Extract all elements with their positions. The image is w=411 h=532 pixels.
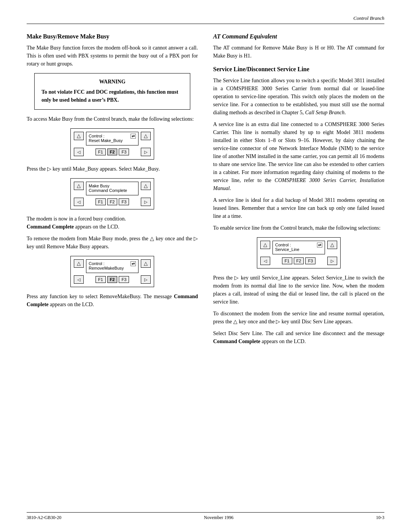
lcd-fn-btns-1: F1 F2 F3	[96, 149, 129, 155]
lcd-screen-1: Control : ⇄ Reset Make_Busy	[86, 132, 139, 145]
section3-para1-plain: The Service Line function allows you to …	[213, 78, 384, 115]
lcd-fn-btns-4: F1 F2 F3	[282, 257, 316, 264]
section3-para1: The Service Line function allows you to …	[213, 77, 384, 117]
lcd-panel-4-up-left: △	[260, 241, 270, 249]
lcd-screen-3: Control : ⇄ RemoveMakeBusy	[86, 259, 139, 273]
lcd-panel-2-middle: △ Make Busy Command Complete △	[74, 182, 151, 195]
f3-btn-3: F3	[119, 276, 129, 283]
section3-para1-italic: Call Setup Branch	[305, 110, 344, 115]
para6-plain: Press any function key to select RemoveM…	[27, 294, 174, 299]
lcd-panel-4-bottom: ◁ F1 F2 F3 ▷	[260, 257, 337, 265]
section3-para2-suffix: .	[230, 185, 231, 191]
lcd-panel-4-left-btn: ◁	[260, 257, 270, 265]
section3-para4: To enable service line from the Control …	[213, 224, 384, 232]
f2-btn-4: F2	[294, 257, 304, 264]
section2-para1: The AT command for Remove Make Busy is H…	[213, 44, 384, 60]
lcd-panel-3-up-right: △	[141, 259, 151, 268]
warning-box: WARNING To not violate FCC and DOC regul…	[34, 73, 190, 110]
up-arrow-icon-4r: △	[330, 242, 334, 248]
section3-heading: Service Line/Disconnect Service Line	[213, 66, 384, 73]
section1-para5: To remove the modem from Make Busy mode,…	[27, 235, 198, 251]
f3-btn-4: F3	[305, 257, 315, 264]
lcd-panel-1-middle: △ Control : ⇄ Reset Make_Busy △	[74, 132, 151, 145]
section1-para3: Press the ▷ key until Make_Busy appears.…	[27, 165, 198, 173]
section1-para2: To access Make Busy from the Control bra…	[27, 115, 198, 123]
lcd-panel-2-up-left: △	[74, 182, 84, 190]
up-arrow-icon-4: △	[263, 242, 267, 248]
para4-suffix: appears on the LCD.	[74, 224, 119, 230]
footer-right: 10-3	[376, 515, 384, 521]
section3-para6: To disconnect the modem from the service…	[213, 310, 384, 326]
scroll-icon-1: ⇄	[131, 134, 136, 139]
para6-suffix: appears on the LCD.	[49, 302, 94, 307]
section1-heading: Make Busy/Remove Make Busy	[27, 33, 198, 40]
footer-left: 3810-A2-GB30-20	[27, 515, 61, 521]
lcd-panel-3-left-btn: ◁	[74, 275, 84, 284]
lcd-panel-1-up-left: △	[74, 132, 84, 140]
f2-btn-1: F2	[107, 149, 118, 155]
section2-heading: AT Command Equivalent	[213, 33, 384, 40]
f1-btn-3: F1	[96, 276, 106, 283]
right-arrow-icon-4: ▷	[331, 259, 334, 264]
lcd-screen-2-line1: Make Busy	[89, 184, 136, 188]
right-column: AT Command Equivalent The AT command for…	[213, 33, 384, 349]
lcd-panel-2-left-btn: ◁	[74, 198, 84, 206]
lcd-screen-3-line2: RemoveMakeBusy	[89, 266, 136, 270]
lcd-panel-3-up-left: △	[74, 259, 84, 268]
page-footer: 3810-A2-GB30-20 November 1996 10-3	[27, 512, 384, 521]
left-arrow-icon-1: ◁	[77, 150, 80, 155]
lcd-panel-1-left-btn: ◁	[74, 148, 84, 156]
lcd-screen-1-line2: Reset Make_Busy	[89, 138, 136, 143]
up-arrow-icon-2r: △	[144, 183, 148, 189]
up-arrow-icon-2: △	[77, 183, 81, 189]
lcd-screen-4-line1: Control : ⇄	[275, 243, 322, 247]
lcd-fn-btns-3: F1 F2 F3	[96, 276, 129, 283]
lcd-panel-2: △ Make Busy Command Complete △ ◁ F	[70, 178, 154, 209]
para4-plain: The modem is now in a forced busy condit…	[27, 216, 126, 222]
lcd-panel-3-bottom: ◁ F1 F2 F3 ▷	[74, 275, 151, 284]
lcd-screen-1-line1: Control : ⇄	[89, 134, 136, 138]
lcd-fn-btns-2: F1 F2 F3	[96, 198, 129, 205]
left-arrow-icon-3: ◁	[77, 277, 80, 282]
f3-btn-2: F3	[119, 198, 129, 205]
lcd-panel-4-right-btn: ▷	[327, 257, 337, 265]
section3-para2-plain: A service line is an extra dial line con…	[213, 121, 384, 183]
lcd-panel-4-up-right: △	[327, 241, 337, 249]
right-arrow-icon-3: ▷	[144, 277, 147, 282]
lcd-panel-3: △ Control : ⇄ RemoveMakeBusy △	[70, 256, 154, 287]
section1-para6: Press any function key to select RemoveM…	[27, 292, 198, 308]
left-column: Make Busy/Remove Make Busy The Make Busy…	[27, 33, 198, 349]
para4-bold: Command Complete	[27, 224, 74, 230]
section3-para7: Select Disc Serv Line. The call and serv…	[213, 329, 384, 345]
page: Control Branch Make Busy/Remove Make Bus…	[0, 0, 411, 532]
f1-btn-2: F1	[96, 198, 106, 205]
lcd-panel-3-middle: △ Control : ⇄ RemoveMakeBusy △	[74, 259, 151, 273]
lcd-panel-1-right-btn: ▷	[141, 148, 151, 156]
up-arrow-icon-1r: △	[144, 133, 148, 139]
lcd-panel-4: △ Control : ⇄ Service_Line △	[257, 237, 341, 268]
lcd-panel-2-bottom: ◁ F1 F2 F3 ▷	[74, 198, 151, 206]
up-arrow-icon-1: △	[77, 133, 81, 139]
f2-btn-2: F2	[107, 198, 118, 205]
lcd-panel-1-up-right: △	[141, 132, 151, 140]
left-arrow-icon-4: ◁	[264, 259, 267, 264]
right-arrow-icon-2: ▷	[144, 200, 147, 204]
lcd-screen-2: Make Busy Command Complete	[86, 182, 139, 195]
section3-para7-bold: Command Complete	[213, 339, 260, 344]
left-arrow-icon-2: ◁	[77, 200, 80, 204]
page-header: Control Branch	[27, 15, 384, 24]
lcd-screen-4: Control : ⇄ Service_Line	[272, 241, 325, 254]
right-arrow-icon-1: ▷	[144, 150, 147, 155]
section3-para2: A service line is an extra dial line con…	[213, 120, 384, 192]
lcd-panel-1: △ Control : ⇄ Reset Make_Busy △	[70, 128, 154, 160]
f1-btn-1: F1	[96, 149, 106, 155]
f3-btn-1: F3	[119, 149, 129, 155]
up-arrow-icon-3r: △	[144, 260, 148, 267]
section3-para7-suffix: appears on the LCD.	[260, 339, 306, 344]
footer-center: November 1996	[204, 515, 234, 521]
lcd-panel-2-right-btn: ▷	[141, 198, 151, 206]
lcd-screen-4-line2: Service_Line	[275, 247, 322, 252]
section1-para1: The Make Busy function forces the modem …	[27, 44, 198, 68]
section3-para1-suffix: .	[344, 110, 346, 115]
warning-title: WARNING	[41, 79, 183, 85]
